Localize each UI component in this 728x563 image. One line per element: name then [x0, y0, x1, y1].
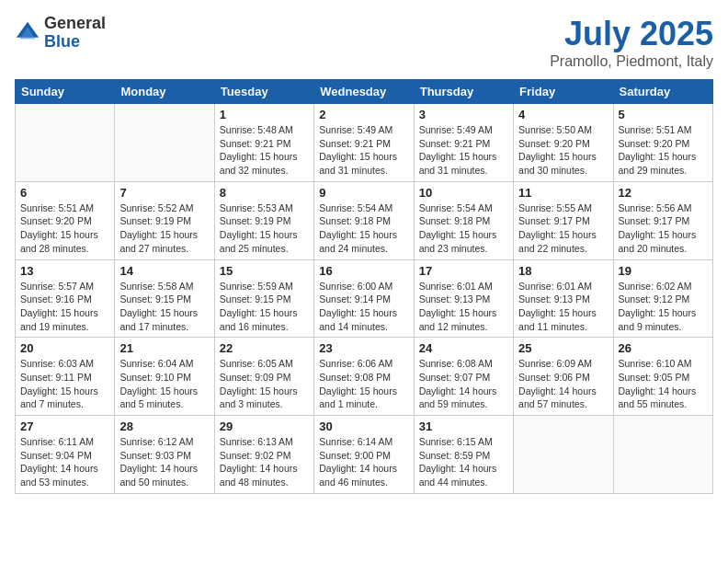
calendar-cell [613, 416, 712, 494]
day-info: Sunrise: 5:57 AM Sunset: 9:16 PM Dayligh… [20, 280, 109, 334]
calendar-cell: 31Sunrise: 6:15 AM Sunset: 8:59 PM Dayli… [414, 416, 513, 494]
calendar-cell: 11Sunrise: 5:55 AM Sunset: 9:17 PM Dayli… [514, 181, 613, 259]
day-number: 30 [319, 419, 408, 433]
day-number: 10 [419, 186, 508, 200]
calendar-cell: 28Sunrise: 6:12 AM Sunset: 9:03 PM Dayli… [115, 416, 214, 494]
day-number: 19 [619, 264, 708, 278]
day-number: 7 [119, 186, 209, 200]
day-number: 12 [619, 186, 708, 200]
day-number: 9 [319, 186, 408, 200]
day-number: 27 [20, 419, 109, 433]
day-info: Sunrise: 6:09 AM Sunset: 9:06 PM Dayligh… [518, 357, 608, 411]
calendar-cell: 8Sunrise: 5:53 AM Sunset: 9:19 PM Daylig… [214, 181, 313, 259]
day-info: Sunrise: 6:10 AM Sunset: 9:05 PM Dayligh… [619, 357, 708, 411]
calendar-cell: 25Sunrise: 6:09 AM Sunset: 9:06 PM Dayli… [514, 338, 613, 416]
day-info: Sunrise: 5:58 AM Sunset: 9:15 PM Dayligh… [119, 280, 209, 334]
calendar-cell: 16Sunrise: 6:00 AM Sunset: 9:14 PM Dayli… [314, 259, 414, 338]
calendar-cell: 26Sunrise: 6:10 AM Sunset: 9:05 PM Dayli… [613, 338, 712, 416]
logo: General Blue [15, 15, 106, 52]
page-header: General Blue July 2025 Pramollo, Piedmon… [15, 15, 713, 70]
day-info: Sunrise: 5:49 AM Sunset: 9:21 PM Dayligh… [419, 123, 508, 178]
day-info: Sunrise: 6:08 AM Sunset: 9:07 PM Dayligh… [419, 357, 508, 411]
logo-blue: Blue [44, 33, 106, 52]
calendar-cell [514, 416, 613, 494]
day-number: 3 [419, 108, 508, 121]
day-number: 5 [619, 108, 708, 121]
calendar-header-monday: Monday [115, 80, 214, 104]
day-info: Sunrise: 5:49 AM Sunset: 9:21 PM Dayligh… [319, 123, 408, 178]
calendar-cell: 13Sunrise: 5:57 AM Sunset: 9:16 PM Dayli… [16, 259, 115, 338]
calendar-week-1: 1Sunrise: 5:48 AM Sunset: 9:21 PM Daylig… [16, 104, 713, 182]
calendar-header-thursday: Thursday [414, 80, 513, 104]
day-number: 23 [319, 341, 408, 355]
day-number: 14 [119, 264, 209, 278]
day-info: Sunrise: 5:52 AM Sunset: 9:19 PM Dayligh… [119, 201, 209, 256]
calendar-cell: 2Sunrise: 5:49 AM Sunset: 9:21 PM Daylig… [314, 104, 414, 182]
calendar-cell: 27Sunrise: 6:11 AM Sunset: 9:04 PM Dayli… [16, 416, 115, 494]
day-info: Sunrise: 6:11 AM Sunset: 9:04 PM Dayligh… [20, 435, 109, 489]
calendar-cell: 4Sunrise: 5:50 AM Sunset: 9:20 PM Daylig… [514, 104, 613, 182]
day-info: Sunrise: 6:13 AM Sunset: 9:02 PM Dayligh… [220, 435, 309, 489]
day-number: 26 [619, 341, 708, 355]
calendar-cell: 1Sunrise: 5:48 AM Sunset: 9:21 PM Daylig… [214, 104, 313, 182]
day-info: Sunrise: 5:50 AM Sunset: 9:20 PM Dayligh… [518, 123, 608, 178]
calendar-cell: 23Sunrise: 6:06 AM Sunset: 9:08 PM Dayli… [314, 338, 414, 416]
day-info: Sunrise: 5:48 AM Sunset: 9:21 PM Dayligh… [220, 123, 309, 178]
calendar-cell: 5Sunrise: 5:51 AM Sunset: 9:20 PM Daylig… [613, 104, 712, 182]
day-info: Sunrise: 5:54 AM Sunset: 9:18 PM Dayligh… [419, 201, 508, 256]
day-number: 24 [419, 341, 508, 355]
day-number: 18 [518, 264, 608, 278]
calendar-cell: 15Sunrise: 5:59 AM Sunset: 9:15 PM Dayli… [214, 259, 313, 338]
calendar-header-wednesday: Wednesday [314, 80, 414, 104]
calendar-table: SundayMondayTuesdayWednesdayThursdayFrid… [15, 79, 713, 494]
calendar-header-tuesday: Tuesday [214, 80, 313, 104]
calendar-week-3: 13Sunrise: 5:57 AM Sunset: 9:16 PM Dayli… [16, 259, 713, 338]
calendar-cell: 17Sunrise: 6:01 AM Sunset: 9:13 PM Dayli… [414, 259, 513, 338]
day-number: 16 [319, 264, 408, 278]
calendar-cell: 10Sunrise: 5:54 AM Sunset: 9:18 PM Dayli… [414, 181, 513, 259]
calendar-week-4: 20Sunrise: 6:03 AM Sunset: 9:11 PM Dayli… [16, 338, 713, 416]
calendar-cell: 18Sunrise: 6:01 AM Sunset: 9:13 PM Dayli… [514, 259, 613, 338]
day-number: 2 [319, 108, 408, 121]
calendar-cell: 9Sunrise: 5:54 AM Sunset: 9:18 PM Daylig… [314, 181, 414, 259]
calendar-cell [16, 104, 115, 182]
day-number: 31 [419, 419, 508, 433]
calendar-cell: 29Sunrise: 6:13 AM Sunset: 9:02 PM Dayli… [214, 416, 313, 494]
calendar-cell: 24Sunrise: 6:08 AM Sunset: 9:07 PM Dayli… [414, 338, 513, 416]
day-number: 4 [518, 108, 608, 121]
day-info: Sunrise: 5:54 AM Sunset: 9:18 PM Dayligh… [319, 201, 408, 256]
day-info: Sunrise: 6:15 AM Sunset: 8:59 PM Dayligh… [419, 435, 508, 489]
calendar-week-2: 6Sunrise: 5:51 AM Sunset: 9:20 PM Daylig… [16, 181, 713, 259]
day-number: 17 [419, 264, 508, 278]
day-info: Sunrise: 5:51 AM Sunset: 9:20 PM Dayligh… [619, 123, 708, 178]
day-info: Sunrise: 6:01 AM Sunset: 9:13 PM Dayligh… [419, 280, 508, 334]
calendar-cell: 3Sunrise: 5:49 AM Sunset: 9:21 PM Daylig… [414, 104, 513, 182]
day-number: 13 [20, 264, 109, 278]
day-info: Sunrise: 6:06 AM Sunset: 9:08 PM Dayligh… [319, 357, 408, 411]
day-info: Sunrise: 6:03 AM Sunset: 9:11 PM Dayligh… [20, 357, 109, 411]
calendar-cell: 20Sunrise: 6:03 AM Sunset: 9:11 PM Dayli… [16, 338, 115, 416]
month-title: July 2025 [550, 15, 713, 53]
day-number: 8 [220, 186, 309, 200]
calendar-header-saturday: Saturday [613, 80, 712, 104]
day-info: Sunrise: 6:00 AM Sunset: 9:14 PM Dayligh… [319, 280, 408, 334]
logo-text: General Blue [44, 15, 106, 52]
title-block: July 2025 Pramollo, Piedmont, Italy [550, 15, 713, 70]
calendar-header-sunday: Sunday [16, 80, 115, 104]
day-info: Sunrise: 6:04 AM Sunset: 9:10 PM Dayligh… [119, 357, 209, 411]
day-info: Sunrise: 5:53 AM Sunset: 9:19 PM Dayligh… [220, 201, 309, 256]
day-number: 29 [220, 419, 309, 433]
day-info: Sunrise: 6:05 AM Sunset: 9:09 PM Dayligh… [220, 357, 309, 411]
day-info: Sunrise: 6:02 AM Sunset: 9:12 PM Dayligh… [619, 280, 708, 334]
day-number: 22 [220, 341, 309, 355]
day-info: Sunrise: 5:51 AM Sunset: 9:20 PM Dayligh… [20, 201, 109, 256]
day-info: Sunrise: 5:59 AM Sunset: 9:15 PM Dayligh… [220, 280, 309, 334]
day-info: Sunrise: 6:12 AM Sunset: 9:03 PM Dayligh… [119, 435, 209, 489]
calendar-cell: 30Sunrise: 6:14 AM Sunset: 9:00 PM Dayli… [314, 416, 414, 494]
calendar-week-5: 27Sunrise: 6:11 AM Sunset: 9:04 PM Dayli… [16, 416, 713, 494]
logo-icon [15, 20, 40, 46]
location: Pramollo, Piedmont, Italy [550, 53, 713, 70]
day-number: 21 [119, 341, 209, 355]
day-number: 15 [220, 264, 309, 278]
day-info: Sunrise: 6:01 AM Sunset: 9:13 PM Dayligh… [518, 280, 608, 334]
